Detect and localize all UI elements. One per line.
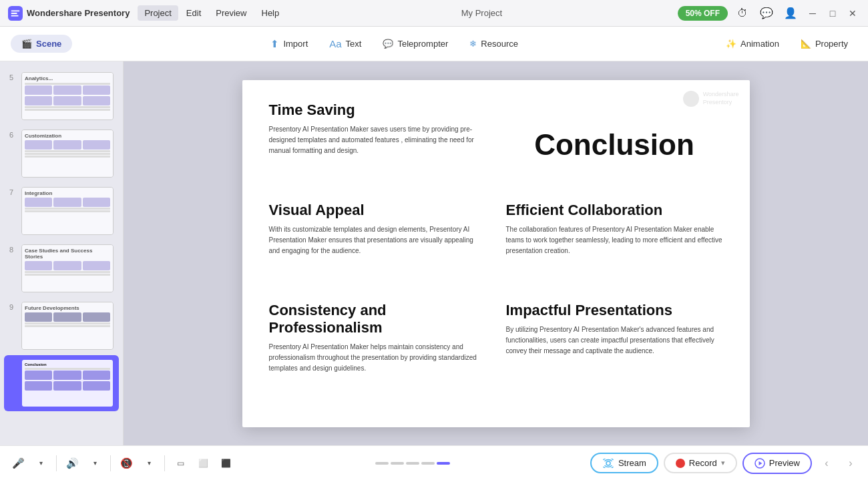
menu-edit[interactable]: Edit [180,5,208,21]
microphone-dropdown[interactable]: ▾ [31,453,51,473]
slide-item-9[interactable]: 9 Future Developments [4,298,119,354]
ip-body: By utilizing Presentory AI Presentation … [506,324,723,356]
slide-item-8[interactable]: 8 Case Studies and Success Stories [4,240,119,296]
speaker-button[interactable]: 🔊 [62,453,82,473]
microphone-button[interactable]: 🎤 [8,453,28,473]
ts-body: Presentory AI Presentation Maker saves u… [269,124,486,156]
animation-icon: ✨ [726,39,736,49]
conclusion-block: Conclusion [506,101,723,188]
animation-button[interactable]: ✨ Animation [716,35,789,53]
slide-number-9: 9 [9,303,17,311]
account-icon[interactable]: 👤 [781,4,800,23]
titlebar-actions: 50% OFF ⏱ 💬 👤 ─ □ ✕ [678,4,860,23]
promo-button[interactable]: 50% OFF [678,6,728,21]
prog-dot-2 [391,462,404,465]
slide-thumb-8: Case Studies and Success Stories [21,244,114,292]
bottom-bar: 🎤 ▾ 🔊 ▾ 📵 ▾ ▭ ⬜ ⬛ [0,445,868,480]
scene-icon: 🎬 [21,39,32,49]
region-capture-button[interactable]: ⬛ [216,453,236,473]
prog-dot-1 [375,462,389,465]
menu-bar: Project Edit Preview Help [138,5,286,21]
titlebar: Wondershare Presentory Project Edit Prev… [0,0,868,27]
record-button[interactable]: Record ▾ [664,453,737,473]
screen-capture-button[interactable]: ▭ [170,453,190,473]
window-capture-button[interactable]: ⬜ [193,453,213,473]
import-icon: ⬆ [270,38,279,50]
ec-title: Efficient Collaboration [506,202,723,219]
svg-marker-3 [758,461,762,465]
slide-label-7: Integration [25,190,110,196]
menu-help[interactable]: Help [255,5,286,21]
va-title: Visual Appeal [269,202,486,219]
slide-thumb-6: Customization [21,130,114,178]
preview-icon [754,458,765,469]
clock-icon[interactable]: ⏱ [733,4,752,23]
slide-number-6: 6 [9,131,17,139]
project-name: My Project [291,8,672,18]
teleprompter-icon: 💬 [383,39,393,49]
cp-body: Presentory AI Presentation Maker helps m… [269,342,486,374]
preview-button[interactable]: Preview [742,453,812,474]
stream-button[interactable]: Stream [590,453,658,473]
slide-number-5: 5 [9,73,17,81]
text-button[interactable]: Aa Text [320,34,371,53]
record-icon [676,459,685,468]
speaker-dropdown[interactable]: ▾ [85,453,105,473]
teleprompter-label: Teleprompter [397,39,448,49]
canvas-area: WondersharePresentory Time Saving Presen… [124,61,868,445]
preview-label: Preview [769,458,800,468]
menu-project[interactable]: Project [138,5,178,21]
app-name: Wondershare Presentory [27,8,130,18]
slide-number-7: 7 [9,188,17,196]
scene-button[interactable]: 🎬 Scene [11,35,72,53]
maximize-button[interactable]: □ [825,6,840,21]
progress-dots [375,462,450,465]
animation-label: Animation [740,39,779,49]
separator-1 [56,455,57,471]
slide-item-7[interactable]: 7 Integration [4,183,119,239]
ts-title: Time Saving [269,101,486,119]
section-time-saving: Time Saving Presentory AI Presentation M… [269,101,486,188]
text-label: Text [346,39,362,49]
section-efficient-collaboration: Efficient Collaboration The collaboratio… [506,202,723,288]
slide-item-6[interactable]: 6 Customization [4,126,119,182]
close-button[interactable]: ✕ [845,6,860,21]
next-slide-button[interactable]: › [841,454,860,473]
conclusion-title: Conclusion [534,128,694,162]
prog-dot-4 [421,462,435,465]
chat-icon[interactable]: 💬 [757,4,776,23]
slide-number-8: 8 [9,246,17,254]
property-button[interactable]: 📐 Property [791,35,857,53]
prog-dot-5 [437,462,450,465]
app-logo: Wondershare Presentory [8,6,130,21]
slide-panel: 5 Analytics... [0,61,124,445]
slide-progress-bar [241,462,585,465]
teleprompter-button[interactable]: 💬 Teleprompter [373,35,457,53]
minimize-button[interactable]: ─ [805,6,820,21]
resource-icon: ❄ [469,39,477,49]
slide-thumb-conclusion: Conclusion [21,359,114,407]
import-label: Import [283,39,308,49]
record-label: Record [689,458,717,468]
resource-button[interactable]: ❄ Resource [460,35,527,53]
va-body: With its customizable templates and desi… [269,224,486,256]
import-button[interactable]: ⬆ Import [261,34,317,54]
property-label: Property [815,39,848,49]
section-consistency-professionalism: Consistency and Professionalism Presento… [269,302,486,406]
slide-label-9: Future Developments [25,305,110,311]
slide-thumb-5: Analytics... [21,72,114,120]
slide-item-conclusion[interactable]: Conclusion [4,355,119,411]
stream-label: Stream [618,458,646,468]
bottom-tools: 🎤 ▾ 🔊 ▾ 📵 ▾ ▭ ⬜ ⬛ [8,453,236,473]
watermark-text: WondersharePresentory [703,91,739,106]
camera-dropdown[interactable]: ▾ [139,453,159,473]
app-logo-icon [8,6,23,21]
slide-item-5[interactable]: 5 Analytics... [4,68,119,124]
camera-off-button[interactable]: 📵 [116,453,136,473]
prev-slide-button[interactable]: ‹ [817,454,836,473]
section-visual-appeal: Visual Appeal With its customizable temp… [269,202,486,288]
record-dropdown-icon[interactable]: ▾ [721,459,725,467]
slide-thumb-7: Integration [21,187,114,235]
text-icon: Aa [329,38,341,49]
menu-preview[interactable]: Preview [209,5,253,21]
